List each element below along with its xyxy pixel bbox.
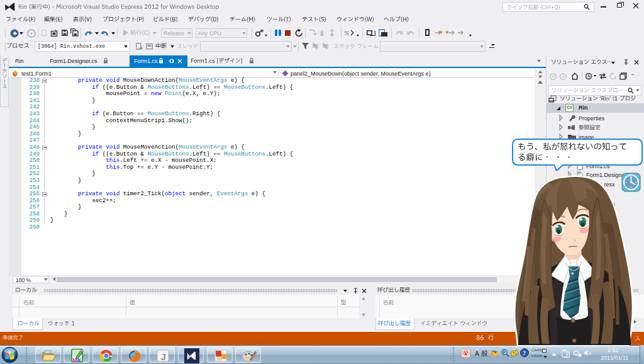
svg-text:J: J: [161, 351, 166, 362]
svg-text:?: ?: [523, 350, 526, 356]
svg-text:sln: sln: [550, 99, 555, 103]
svg-text:M: M: [73, 357, 77, 363]
svg-text:P: P: [503, 350, 506, 355]
svg-text:K: K: [77, 357, 82, 363]
svg-text:%: %: [345, 30, 349, 37]
